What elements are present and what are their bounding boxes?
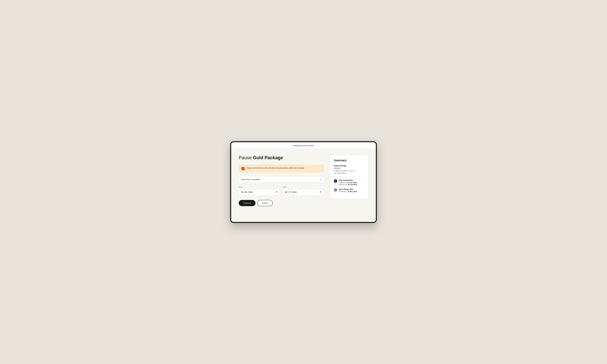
alert-icon: ! [241, 167, 245, 170]
next-charge-item: ••• Next charge date £100.00 on 23 Mar 2… [334, 188, 365, 193]
top-bar-title: Manage payment schedule [293, 144, 314, 147]
page-content: Pause Gold Package ! Please note that th… [231, 149, 376, 222]
summary-package-name: Gold Package [334, 165, 365, 167]
from-field-group: From [239, 186, 280, 195]
until-field-group: Until [283, 186, 324, 195]
info-icon[interactable]: i [354, 170, 355, 171]
skip-payment-2: £100.00 on 23 Feb 2024 [339, 184, 357, 185]
timeline-connector [335, 183, 336, 189]
date-fields: From Until [239, 186, 324, 195]
summary-card: Summary Gold Package £100.00 Collected m… [330, 155, 368, 199]
from-date-input[interactable] [239, 189, 280, 195]
button-row: Continue Cancel [239, 200, 324, 206]
right-panel: Summary Gold Package £100.00 Collected m… [330, 155, 368, 199]
alert-box: ! Please note that this action will affe… [239, 164, 324, 173]
summary-price: £100.00 [334, 167, 365, 169]
top-bar: Manage payment schedule [231, 142, 376, 149]
device-frame: Manage payment schedule Pause Gold Packa… [230, 141, 377, 223]
left-panel: Pause Gold Package ! Please note that th… [239, 155, 324, 206]
pause-type-dropdown[interactable]: Pause for a set period Pause indefinitel… [239, 176, 324, 183]
continue-button[interactable]: Continue [239, 200, 255, 206]
skip-payments-item: ✕ Skip 2 payments £100.00 on 23 Jan 2024… [334, 179, 365, 186]
next-charge-detail: £100.00 on 23 Mar 2024 [339, 191, 357, 193]
summary-timeline: ✕ Skip 2 payments £100.00 on 23 Jan 2024… [334, 179, 365, 193]
skip-payment-1: £100.00 on 23 Jan 2024 [339, 182, 357, 183]
alert-text: Please note that this action will affect… [247, 167, 305, 169]
main-layout: Pause Gold Package ! Please note that th… [239, 155, 368, 206]
summary-collected: Collected monthly on 23rd i [334, 170, 365, 172]
skip-label: Skip 2 payments [339, 179, 357, 181]
summary-title: Summary [334, 159, 365, 162]
summary-subscriptions: 748 subscriptions [334, 172, 365, 174]
dropdown-wrapper: Pause for a set period Pause indefinitel… [239, 176, 324, 183]
cancel-button[interactable]: Cancel [257, 200, 273, 206]
next-charge-content: Next charge date £100.00 on 23 Mar 2024 [339, 188, 357, 193]
from-label: From [239, 186, 280, 188]
skip-icon: ✕ [334, 179, 337, 183]
until-label: Until [283, 186, 324, 188]
next-charge-label: Next charge date [339, 188, 357, 190]
page-heading: Pause Gold Package [239, 155, 324, 160]
skip-payments-content: Skip 2 payments £100.00 on 23 Jan 2024 £… [339, 179, 357, 186]
until-date-input[interactable] [283, 189, 324, 195]
